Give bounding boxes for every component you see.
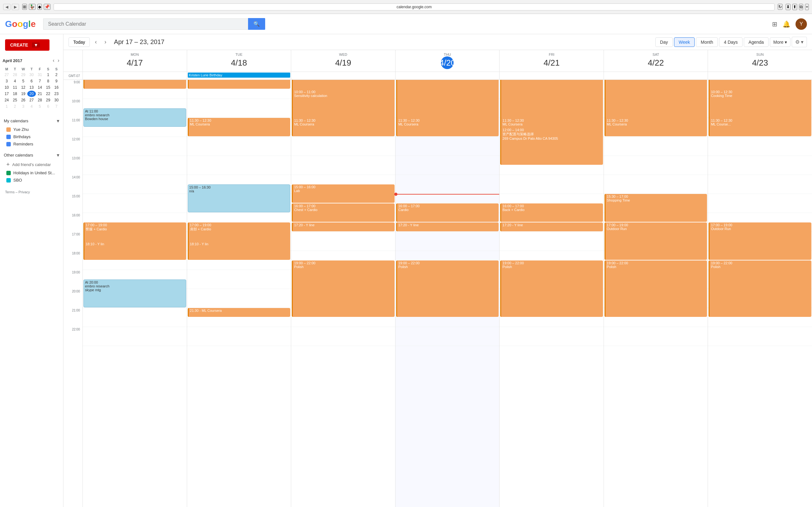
event-block[interactable]: At 20:00 embro research skype mtg	[84, 279, 186, 307]
mini-cal-day[interactable]: 2	[52, 72, 61, 78]
mini-cal-day[interactable]: 30	[52, 97, 61, 103]
mini-cal-day[interactable]: 30	[27, 72, 36, 78]
mini-cal-day[interactable]: 24	[3, 97, 11, 103]
mini-cal-next[interactable]: ›	[56, 57, 61, 64]
mini-cal-day[interactable]: 4	[27, 103, 36, 110]
my-calendars-header[interactable]: My calendars ▾	[3, 116, 61, 126]
fullscreen-button[interactable]: ⧉	[799, 4, 803, 10]
event-block[interactable]: 15:30 – 17:00 Shopping Time	[605, 194, 707, 222]
event-block[interactable]: 17:00 – 19:00 肩部 + Cardio	[188, 222, 291, 260]
event-block[interactable]: 10:00 – 11:00 Sensitivity calculation	[292, 89, 395, 108]
day-header-thu[interactable]: THU4/20	[395, 50, 500, 72]
day-num-thu[interactable]: 4/20	[441, 56, 454, 69]
mini-cal-day[interactable]: 27	[27, 97, 36, 103]
forward-button[interactable]: ▶	[12, 4, 19, 10]
other-calendar-item[interactable]: Holidays in United St...	[3, 169, 61, 176]
view-month-button[interactable]: Month	[696, 38, 718, 47]
mini-cal-day[interactable]: 29	[19, 72, 27, 78]
day-num-tue[interactable]: 4/18	[233, 56, 245, 69]
mini-cal-day[interactable]: 3	[3, 78, 11, 84]
day-header-sun[interactable]: SUN4/23	[708, 50, 812, 72]
my-calendar-item[interactable]: Yue Zhu	[3, 126, 61, 133]
my-calendar-item[interactable]: Birthdays	[3, 133, 61, 140]
event-block[interactable]: 17:00 – 19:00 Outdoor Run	[605, 222, 707, 260]
mini-cal-day[interactable]: 16	[52, 84, 61, 91]
mini-cal-day[interactable]: 27	[3, 72, 11, 78]
mini-cal-title[interactable]: April 2017	[3, 58, 22, 63]
day-header-sat[interactable]: SAT4/22	[604, 50, 708, 72]
mini-cal-day[interactable]: 9	[52, 78, 61, 84]
mini-cal-day[interactable]: 2	[11, 103, 19, 110]
tab-pin1[interactable]: ◆	[38, 4, 42, 10]
mini-cal-day[interactable]: 6	[44, 103, 52, 110]
event-block[interactable]: 19:00 – 22:00 Polish	[396, 261, 499, 317]
allday-event[interactable]: Kristen Lurie Birthday	[188, 72, 291, 78]
mini-cal-day[interactable]: 10	[3, 84, 11, 91]
mini-cal-day[interactable]: 25	[11, 97, 19, 103]
mini-cal-day[interactable]: 20	[27, 91, 36, 97]
day-num-wed[interactable]: 4/19	[337, 56, 350, 69]
mini-cal-day[interactable]: 12	[19, 84, 27, 91]
event-block[interactable]: 16:00 – 17:00 Chest + Cardio	[292, 204, 395, 222]
event-block[interactable]: 18:10 - Y lin	[84, 241, 186, 250]
event-block[interactable]: 11:30 – 12:30 ML Coursera	[605, 118, 707, 136]
event-block[interactable]: 08:30 – 09:30 OCT Daily	[188, 80, 291, 89]
event-block[interactable]: 15:00 – 16:30 n/a	[188, 184, 291, 212]
event-block[interactable]: 15:00 – 16:00 Lab	[292, 184, 395, 203]
back-button[interactable]: ◀	[3, 4, 10, 10]
terms-link[interactable]: Terms	[5, 190, 14, 194]
day-num-fri[interactable]: 4/21	[545, 56, 558, 69]
search-button[interactable]: 🔍	[248, 18, 265, 30]
event-block[interactable]: At 11:00 embro research Bowden house	[84, 108, 186, 127]
mini-cal-day[interactable]: 6	[27, 78, 36, 84]
mini-cal-day[interactable]: 31	[36, 72, 44, 78]
mini-cal-day[interactable]: 26	[19, 97, 27, 103]
tab-overview[interactable]: ⊞	[22, 4, 27, 10]
mini-cal-day[interactable]: 21	[36, 91, 44, 97]
event-block[interactable]: 17:00 – 19:00 Outdoor Run	[709, 222, 811, 260]
new-tab-button[interactable]: +	[805, 4, 809, 10]
view-day-button[interactable]: Day	[655, 38, 673, 47]
mini-cal-day[interactable]: 13	[27, 84, 36, 91]
view-week-button[interactable]: Week	[674, 38, 695, 47]
mini-cal-day[interactable]: 4	[11, 78, 19, 84]
prev-week-button[interactable]: ‹	[92, 38, 99, 47]
mini-cal-day[interactable]: 7	[36, 78, 44, 84]
event-block[interactable]: 17:00 – 19:00 臀腿 + Cardio	[84, 222, 186, 260]
other-calendar-item[interactable]: SBO	[3, 176, 61, 184]
mini-cal-day[interactable]: 14	[36, 84, 44, 91]
event-block[interactable]: 16:00 – 17:00 Back + Cardio	[500, 204, 603, 222]
event-block[interactable]: 12:00 – 14:00 资产配置与策略选择 269 Campus Dr Pa…	[500, 127, 603, 165]
tab-pin2[interactable]: 📌	[44, 4, 50, 10]
view-4days-button[interactable]: 4 Days	[719, 38, 743, 47]
mini-cal-day[interactable]: 18	[11, 91, 19, 97]
day-header-wed[interactable]: WED4/19	[291, 50, 395, 72]
event-block[interactable]: 11:30 – 12:30 ML Coursera	[188, 118, 291, 136]
mini-cal-day[interactable]: 17	[3, 91, 11, 97]
event-block[interactable]: 17:20 - Y line	[396, 222, 499, 231]
google-logo[interactable]: Google	[5, 19, 36, 29]
day-num-mon[interactable]: 4/17	[129, 56, 141, 69]
event-block[interactable]: 21:30 - ML Coursera	[188, 308, 291, 317]
event-block[interactable]: 19:00 – 22:00 Polish	[500, 261, 603, 317]
day-header-fri[interactable]: FRI4/21	[499, 50, 604, 72]
event-block[interactable]: 17:20 - Y line	[500, 222, 603, 231]
settings-button[interactable]: ⚙ ▾	[792, 37, 807, 47]
today-button[interactable]: Today	[68, 38, 90, 47]
mini-cal-day[interactable]: 23	[52, 91, 61, 97]
avatar[interactable]: Y	[796, 18, 807, 30]
mini-cal-day[interactable]: 3	[19, 103, 27, 110]
mini-cal-day[interactable]: 28	[11, 72, 19, 78]
mini-cal-day[interactable]: 11	[11, 84, 19, 91]
download-button[interactable]: ⬇	[786, 4, 791, 10]
create-button[interactable]: CREATE ▼	[5, 39, 49, 51]
my-calendar-item[interactable]: Reminders	[3, 140, 61, 148]
event-block[interactable]: 17:20 - Y line	[292, 222, 395, 231]
mini-cal-day[interactable]: 22	[44, 91, 52, 97]
event-block[interactable]: 19:00 – 22:00 Polish	[709, 261, 811, 317]
event-block[interactable]: 11:30 – 12:30 ML Coursera	[396, 118, 499, 136]
event-block[interactable]: 10:00 – 12:30 Cooking Time	[709, 89, 811, 117]
mini-cal-day[interactable]: 1	[44, 72, 52, 78]
reload-button[interactable]: ↻	[778, 4, 782, 10]
event-block[interactable]: 11:30 – 12:30 ML Course...	[709, 118, 811, 136]
